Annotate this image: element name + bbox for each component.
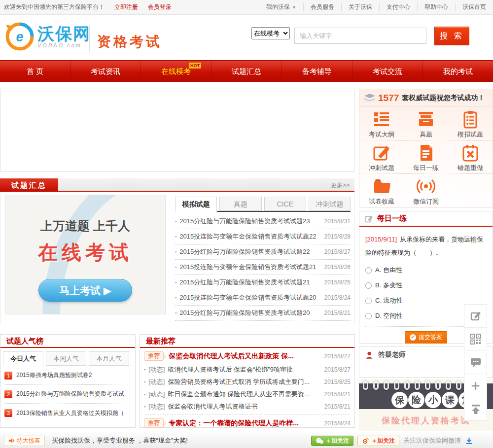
person-icon (365, 351, 373, 359)
paper-summary-header: 试题汇总 更多>> (0, 178, 354, 192)
tab-today-popular[interactable]: 今日人气 (3, 351, 43, 366)
login-link[interactable]: 会员登录 (148, 3, 172, 11)
nav-item-home[interactable]: 首 页 (0, 61, 70, 82)
archive-box-icon (416, 109, 436, 129)
paper-list: ▪2015分红险与万能险保险销售资质考试试题232015/8/31 ▪2015投… (175, 214, 351, 321)
banner-line2: 在线考试 (5, 239, 165, 266)
footer-follow-group: ＋加关注 ＋加关注 关注沃保保险网微博 (311, 436, 473, 446)
logo-swirl-icon: e (5, 22, 35, 51)
shortcut-wechat-subscribe[interactable]: 微信订阅 (404, 176, 448, 207)
recommend-section: 最新推荐 推荐 › 保监会取消代理人考试后又出新政策 保... 2015/8/2… (140, 334, 355, 428)
weibo-follow-text[interactable]: 关注沃保保险网微博 (403, 436, 461, 445)
topbar-links: 我的沃保▼ 会员服务 关于沃保 支付中心 帮助中心 沃保首页 (259, 3, 493, 11)
radio-button[interactable] (365, 313, 372, 319)
bullet-icon: ▪ (175, 280, 176, 285)
radio-button[interactable] (365, 298, 372, 304)
recommend-list: 推荐 › 保监会取消代理人考试后又出新政策 保... 2015/8/27 ▪[动… (140, 348, 354, 430)
search-input[interactable] (294, 28, 426, 44)
wechat-follow-button[interactable]: ＋加关注 (311, 436, 353, 446)
search-category-select[interactable]: 在线模考 (251, 27, 290, 39)
bullet-icon: ▪ (144, 367, 145, 372)
nav-item-my-exams[interactable]: 我的考试 (423, 61, 493, 82)
nav-item-mock-exam[interactable]: 在线模考 HOT (141, 61, 211, 82)
bullet-icon: ▪ (175, 234, 176, 239)
shortcut-exam-outline[interactable]: 考试大纲 (359, 109, 404, 140)
shortcut-mock-papers[interactable]: 模拟试题 (448, 109, 493, 140)
tab-sprint-papers[interactable]: 冲刺试题 (309, 197, 351, 211)
question-text: [2015/9/11]从承保标的来看，货物运输保险的特征表现为（ ）。 (365, 233, 487, 259)
surprise-badge[interactable]: 特大惊喜 (4, 436, 45, 446)
logo-subtext: VOBAO.com (37, 42, 91, 48)
nav-item-coaching[interactable]: 备考辅导 (282, 61, 352, 82)
tab-real-papers[interactable]: 真题 (219, 197, 261, 211)
radio-button[interactable] (365, 267, 372, 274)
paper-row: ▪2015分红险与万能险保险销售资质考试试题232015/8/31 (175, 214, 351, 229)
compose-icon (364, 214, 373, 223)
stats-empty-cell (448, 176, 493, 207)
weibo-follow-button[interactable]: ＋加关注 (357, 436, 399, 446)
logo-text: 沃保网 (37, 25, 91, 42)
wechat-icon (316, 438, 323, 444)
tab-month-popular[interactable]: 本月人气 (89, 351, 129, 366)
shortcut-daily-practice[interactable]: 每日一练 (404, 143, 448, 173)
bullet-icon: ▪ (175, 219, 176, 224)
tab-cice[interactable]: CICE (264, 197, 306, 211)
feedback-compose-button[interactable] (464, 305, 487, 328)
paper-row: ▪2015分红险与万能险保险销售资质考试试题202015/8/21 (175, 306, 351, 321)
my-vobao-dropdown[interactable]: 我的沃保▼ (259, 3, 303, 11)
comments-button[interactable] (464, 351, 487, 374)
more-link[interactable]: 更多>> (331, 181, 350, 190)
back-to-top-icon (470, 403, 482, 415)
qr-code-button[interactable] (464, 328, 487, 351)
bottom-promo-bar: 特大惊喜 买保险找沃保，享受专业服务 ，喜获“现金”大奖! ＋加关注 ＋加关注 … (0, 433, 493, 448)
check-icon: ✔ (410, 334, 416, 341)
shortcut-real-papers[interactable]: 真题 (404, 109, 448, 140)
submit-answer-button[interactable]: ✔ 提交答案 (405, 331, 447, 344)
nav-item-news[interactable]: 考试资讯 (70, 61, 141, 82)
topbar-link-pay[interactable]: 支付中心 (379, 3, 417, 11)
page-title: 资格考试 (97, 33, 162, 51)
expand-button[interactable]: ＋ (464, 374, 487, 397)
bullet-icon: ▪ (175, 249, 176, 254)
back-to-top-button[interactable] (464, 397, 487, 420)
badge-arrow-icon: › (164, 352, 166, 360)
tab-mock-papers[interactable]: 模拟试题 (175, 197, 217, 212)
topbar-link-help[interactable]: 帮助中心 (417, 3, 455, 11)
stats-header: 1577 套权威试题祝您考试成功！ (359, 89, 493, 107)
welcome-text: 欢迎来到中国领先的第三方保险平台！ (4, 3, 105, 11)
recommend-badge: 推荐 (144, 418, 164, 428)
start-exam-button[interactable]: 马上考试 ▶ (38, 279, 132, 302)
dashed-divider (145, 414, 350, 414)
section-title-ribbon: 试题汇总 (0, 178, 58, 192)
option-a[interactable]: A. 自由性 (365, 266, 487, 275)
bullet-icon: ▪ (175, 265, 176, 270)
paper-row: ▪2015分红险与万能险保险销售资质考试试题212015/8/25 (175, 275, 351, 290)
shortcut-paper-favorites[interactable]: 试卷收藏 (359, 176, 404, 207)
page-root: 欢迎来到中国领先的第三方保险平台！ 立即注册 会员登录 我的沃保▼ 会员服务 关… (0, 0, 493, 448)
recommend-badge: 推荐 (144, 351, 164, 361)
topbar-link-home[interactable]: 沃保首页 (455, 3, 493, 11)
nav-item-exchange[interactable]: 考试交流 (352, 61, 423, 82)
online-exam-banner: 上万道题 上千人 在线考试 马上考试 ▶ (5, 195, 166, 314)
edit-pencil-icon (372, 143, 391, 163)
popularity-tabs: 今日人气 本周人气 本月人气 (0, 351, 135, 366)
nav-item-paper-summary[interactable]: 试题汇总 (211, 61, 282, 82)
plus-icon: ＋ (469, 379, 483, 392)
download-icon[interactable] (465, 437, 473, 445)
topbar-link-about[interactable]: 关于沃保 (341, 3, 379, 11)
top-utility-bar: 欢迎来到中国领先的第三方保险平台！ 立即注册 会员登录 我的沃保▼ 会员服务 关… (0, 0, 493, 15)
vobao-logo[interactable]: e 沃保网 VOBAO.com (5, 22, 91, 51)
radio-button[interactable] (365, 282, 372, 289)
list-item: ▪[动态]保监会取消代理人考试资格证书2015/8/21 (144, 400, 351, 413)
tab-week-popular[interactable]: 本周人气 (46, 351, 86, 366)
search-button[interactable]: 搜 索 (434, 27, 469, 45)
list-item: ▪[动态]取消代理人资格考试后 保监会“松绑”9项审批2015/8/27 (144, 363, 351, 376)
shortcut-sprint-papers[interactable]: 冲刺试题 (359, 143, 404, 173)
register-link[interactable]: 立即注册 (114, 3, 138, 11)
shortcut-redo-mistakes[interactable]: 错题重做 (448, 143, 493, 173)
topbar-link-member[interactable]: 会员服务 (303, 3, 341, 11)
option-b[interactable]: B. 多变性 (365, 281, 487, 290)
list-item: ▪[动态]昨日保监会颁布通知 保险代理人从业不再需要资...2015/8/21 (144, 388, 351, 400)
daily-practice-header: 每日一练 (359, 211, 493, 227)
featured-item: 推荐 › 专家认定：一个靠谱的保险代理人是咋样... 2015/8/24 (144, 416, 351, 430)
